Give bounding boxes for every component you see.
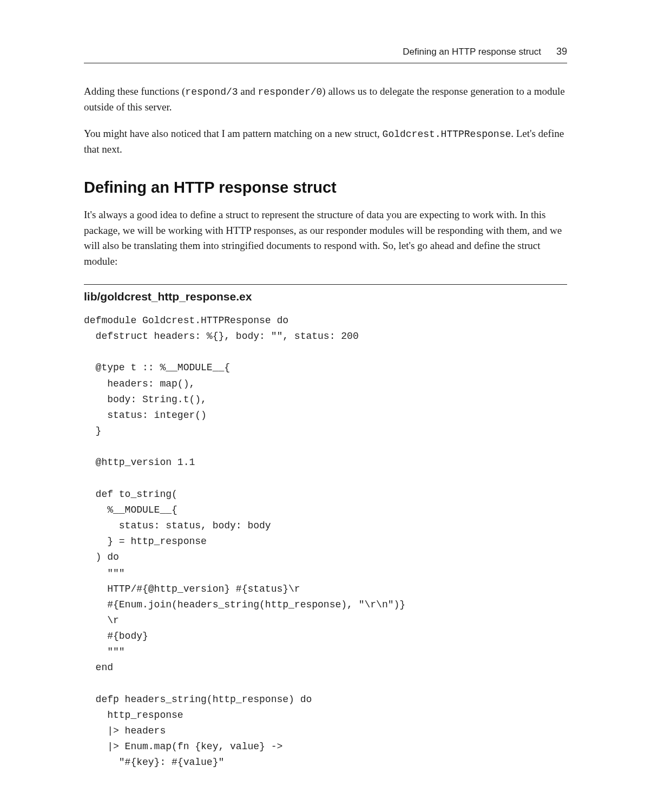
inline-code: responder/0: [258, 87, 322, 97]
header-rule: [84, 63, 567, 63]
page: Defining an HTTP response struct 39 Addi…: [0, 0, 651, 812]
code-caption-rule: [84, 284, 567, 285]
text-span: You might have also noticed that I am pa…: [84, 128, 383, 139]
paragraph-1: Adding these functions (respond/3 and re…: [84, 84, 567, 115]
section-heading: Defining an HTTP response struct: [84, 179, 567, 197]
paragraph-3: It's always a good idea to define a stru…: [84, 207, 567, 269]
running-header: Defining an HTTP response struct 39: [84, 46, 567, 57]
inline-code: respond/3: [185, 87, 238, 97]
code-caption: lib/goldcrest_http_response.ex: [84, 290, 567, 303]
paragraph-2: You might have also noticed that I am pa…: [84, 126, 567, 158]
text-span: Adding these functions (: [84, 86, 185, 97]
text-span: and: [238, 86, 258, 97]
running-title: Defining an HTTP response struct: [403, 47, 541, 57]
inline-code: Goldcrest.HTTPResponse: [383, 129, 511, 140]
page-number: 39: [556, 46, 567, 57]
code-block: defmodule Goldcrest.HTTPResponse do defs…: [84, 313, 567, 771]
